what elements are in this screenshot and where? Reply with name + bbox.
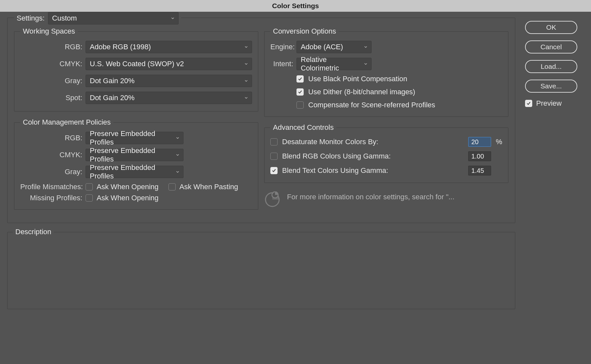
save-button[interactable]: Save...	[525, 80, 577, 93]
chevron-down-icon	[175, 153, 180, 157]
window-title: Color Settings	[272, 2, 319, 9]
dither-checkbox[interactable]	[296, 88, 304, 96]
chevron-down-icon	[170, 16, 175, 21]
missing-profiles-label: Missing Profiles:	[20, 194, 86, 202]
ws-cmyk-value: U.S. Web Coated (SWOP) v2	[90, 60, 184, 68]
settings-value: Custom	[52, 14, 77, 23]
right-column: OK Cancel Load... Save... Preview	[525, 18, 584, 309]
profile-mismatches-label: Profile Mismatches:	[20, 183, 86, 191]
info-row: For more information on color settings, …	[264, 191, 508, 210]
ask-paste-mismatch-label: Ask When Pasting	[180, 183, 238, 191]
conversion-fieldset: Conversion Options Engine: Adobe (ACE) I…	[264, 27, 508, 117]
ws-rgb-dropdown[interactable]: Adobe RGB (1998)	[86, 41, 252, 53]
chevron-down-icon	[175, 136, 180, 140]
engine-label: Engine:	[270, 43, 296, 51]
info-icon	[264, 191, 280, 210]
blend-text-label: Blend Text Colors Using Gamma:	[282, 166, 388, 175]
ask-open-mismatch-label: Ask When Opening	[97, 183, 159, 191]
advanced-legend: Advanced Controls	[270, 123, 336, 132]
chevron-down-icon	[244, 62, 248, 66]
right-subcolumn: Conversion Options Engine: Adobe (ACE) I…	[264, 27, 508, 216]
ws-gray-dropdown[interactable]: Dot Gain 20%	[86, 75, 252, 87]
left-subcolumn: Working Spaces RGB: Adobe RGB (1998) CMY…	[14, 27, 258, 216]
blend-rgb-checkbox[interactable]	[270, 153, 278, 160]
load-button[interactable]: Load...	[525, 60, 577, 73]
policies-legend: Color Management Policies	[20, 118, 113, 127]
engine-value: Adobe (ACE)	[301, 43, 343, 51]
blend-text-checkbox[interactable]	[270, 167, 278, 174]
ok-button[interactable]: OK	[525, 21, 577, 34]
pol-gray-dropdown[interactable]: Preserve Embedded Profiles	[86, 166, 184, 178]
blend-rgb-input[interactable]	[468, 151, 491, 161]
ws-rgb-value: Adobe RGB (1998)	[90, 43, 151, 51]
ws-cmyk-label: CMYK:	[20, 60, 86, 68]
ws-gray-label: Gray:	[20, 77, 86, 85]
pol-cmyk-label: CMYK:	[20, 151, 86, 159]
advanced-fieldset: Advanced Controls Desaturate Monitor Col…	[264, 123, 508, 183]
scene-checkbox[interactable]	[296, 101, 304, 109]
chevron-down-icon	[244, 79, 248, 83]
desat-unit: %	[496, 138, 502, 146]
preview-checkbox[interactable]	[525, 100, 532, 107]
working-spaces-legend: Working Spaces	[20, 27, 78, 36]
ask-open-mismatch-checkbox[interactable]	[86, 183, 93, 190]
dither-label: Use Dither (8-bit/channel images)	[308, 88, 415, 96]
pol-gray-value: Preserve Embedded Profiles	[90, 163, 172, 180]
settings-row: Settings: Custom	[14, 12, 181, 24]
ws-spot-label: Spot:	[20, 94, 86, 102]
main-panel: Settings: Custom Working Spaces RGB:	[7, 18, 515, 223]
ws-spot-dropdown[interactable]: Dot Gain 20%	[86, 92, 252, 104]
ws-gray-value: Dot Gain 20%	[90, 77, 135, 85]
pol-gray-label: Gray:	[20, 168, 86, 176]
preview-label: Preview	[536, 99, 562, 108]
ask-paste-mismatch-checkbox[interactable]	[168, 183, 176, 190]
desat-label: Desaturate Monitor Colors By:	[282, 138, 378, 146]
description-fieldset: Description	[7, 228, 515, 309]
cancel-button[interactable]: Cancel	[525, 40, 577, 53]
ws-cmyk-dropdown[interactable]: U.S. Web Coated (SWOP) v2	[86, 58, 252, 70]
chevron-down-icon	[363, 45, 368, 49]
info-text: For more information on color settings, …	[287, 191, 455, 201]
chevron-down-icon	[244, 45, 248, 49]
chevron-down-icon	[175, 170, 180, 174]
conversion-legend: Conversion Options	[270, 27, 339, 36]
ask-open-missing-checkbox[interactable]	[86, 194, 93, 202]
ask-open-missing-label: Ask When Opening	[97, 194, 159, 202]
settings-label: Settings:	[17, 14, 45, 23]
blend-rgb-label: Blend RGB Colors Using Gamma:	[282, 152, 391, 160]
dialog-body: Settings: Custom Working Spaces RGB:	[0, 12, 591, 315]
pol-cmyk-dropdown[interactable]: Preserve Embedded Profiles	[86, 149, 184, 161]
chevron-down-icon	[363, 62, 368, 66]
ws-spot-value: Dot Gain 20%	[90, 94, 135, 102]
intent-value: Relative Colorimetric	[301, 55, 360, 72]
description-legend: Description	[13, 228, 54, 236]
pol-cmyk-value: Preserve Embedded Profiles	[90, 146, 172, 163]
pol-rgb-label: RGB:	[20, 134, 86, 142]
policies-fieldset: Color Management Policies RGB: Preserve …	[14, 118, 258, 210]
title-bar: Color Settings	[0, 0, 591, 12]
blend-text-input[interactable]	[468, 166, 491, 175]
working-spaces-fieldset: Working Spaces RGB: Adobe RGB (1998) CMY…	[14, 27, 258, 112]
left-column: Settings: Custom Working Spaces RGB:	[7, 18, 515, 309]
intent-label: Intent:	[270, 60, 296, 68]
chevron-down-icon	[244, 96, 248, 100]
bpc-checkbox[interactable]	[296, 75, 304, 83]
engine-dropdown[interactable]: Adobe (ACE)	[296, 41, 372, 53]
ws-rgb-label: RGB:	[20, 43, 86, 51]
settings-dropdown[interactable]: Custom	[48, 12, 179, 24]
pol-rgb-dropdown[interactable]: Preserve Embedded Profiles	[86, 132, 184, 144]
desat-checkbox[interactable]	[270, 138, 278, 145]
pol-rgb-value: Preserve Embedded Profiles	[90, 129, 172, 146]
bpc-label: Use Black Point Compensation	[308, 75, 407, 83]
desat-input[interactable]	[468, 137, 491, 147]
scene-label: Compensate for Scene-referred Profiles	[308, 101, 435, 109]
intent-dropdown[interactable]: Relative Colorimetric	[296, 58, 372, 70]
